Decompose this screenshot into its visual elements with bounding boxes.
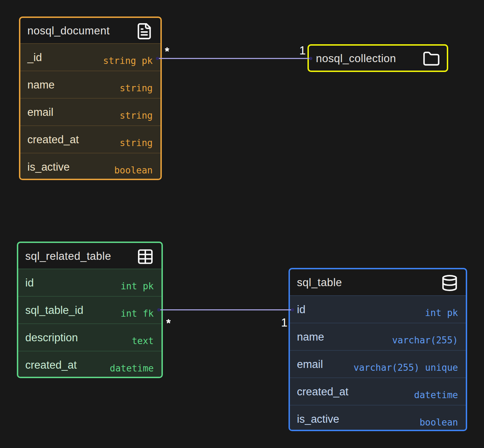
er-diagram-canvas: nosql_document _id stringpk name string … (0, 0, 484, 448)
entity-nosql-collection[interactable]: nosql_collection (307, 44, 448, 72)
field-row-_id[interactable]: _id stringpk (20, 43, 160, 71)
field-row-name[interactable]: name varchar(255) (290, 323, 466, 350)
entity-header[interactable]: sql_table (290, 269, 466, 295)
field-row-email[interactable]: email varchar(255)unique (290, 350, 466, 377)
field-name: description (25, 331, 78, 344)
field-row-is_active[interactable]: is_active boolean (20, 153, 160, 179)
field-type: string (120, 138, 153, 148)
field-name: id (297, 303, 305, 316)
database-icon (441, 274, 458, 292)
relation-line[interactable] (159, 309, 292, 310)
field-name: is_active (297, 413, 339, 426)
entity-header[interactable]: nosql_document (20, 18, 160, 43)
folder-icon (423, 50, 440, 68)
field-type: varchar(255) (392, 335, 458, 345)
field-row-name[interactable]: name string (20, 71, 160, 98)
entity-header[interactable]: sql_related_table (18, 243, 161, 269)
one-cardinality-label: 1 (281, 316, 287, 329)
field-row-id[interactable]: id intpk (290, 295, 466, 323)
field-rows: id intpk name varchar(255) email varchar… (290, 295, 466, 430)
field-row-created_at[interactable]: created_at datetime (290, 377, 466, 405)
field-name: email (297, 358, 323, 371)
one-cardinality-label: 1 (299, 44, 306, 57)
field-row-is_active[interactable]: is_active boolean (290, 405, 466, 430)
many-cardinality-icon (165, 47, 169, 52)
field-type: string (120, 110, 153, 121)
field-name: sql_table_id (25, 304, 83, 317)
field-type: intpk (425, 308, 458, 318)
field-rows: _id stringpk name string email string cr… (20, 43, 160, 179)
field-name: _id (27, 51, 42, 64)
field-name: created_at (27, 133, 79, 146)
field-type: datetime (414, 390, 458, 400)
entity-title: sql_table (290, 276, 342, 289)
field-name: name (27, 79, 55, 91)
entity-nosql-document[interactable]: nosql_document _id stringpk name string … (19, 17, 162, 180)
field-row-id[interactable]: id intpk (18, 269, 161, 296)
field-row-sql_table_id[interactable]: sql_table_id intfk (18, 296, 161, 323)
field-type: stringpk (103, 55, 153, 66)
table-icon (137, 248, 154, 265)
field-type: boolean (419, 417, 458, 428)
field-type: varchar(255)unique (353, 362, 458, 373)
field-name: email (27, 106, 53, 119)
field-row-created_at[interactable]: created_at string (20, 125, 160, 153)
field-name: created_at (25, 359, 77, 371)
entity-sql-related-table[interactable]: sql_related_table id intpk sql_table_id … (17, 242, 163, 378)
file-text-icon (135, 22, 153, 40)
field-name: id (25, 277, 34, 289)
field-type: datetime (110, 363, 154, 374)
field-name: created_at (297, 386, 349, 398)
entity-sql-table[interactable]: sql_table id intpk name varchar(255) ema… (289, 268, 467, 431)
field-rows: id intpk sql_table_id intfk description … (18, 269, 161, 377)
field-name: name (297, 331, 324, 343)
entity-header[interactable]: nosql_collection (309, 46, 447, 71)
field-name: is_active (27, 161, 70, 173)
many-cardinality-icon (166, 319, 171, 323)
relation-line[interactable] (157, 58, 311, 59)
entity-title: sql_related_table (18, 250, 111, 263)
field-type: text (132, 336, 154, 346)
field-row-description[interactable]: description text (18, 323, 161, 351)
field-row-email[interactable]: email string (20, 98, 160, 125)
field-row-created_at[interactable]: created_at datetime (18, 351, 161, 377)
field-type: intpk (121, 281, 154, 291)
field-type: string (120, 83, 153, 93)
entity-title: nosql_collection (309, 52, 396, 65)
field-type: intfk (121, 308, 154, 319)
field-type: boolean (114, 165, 153, 176)
entity-title: nosql_document (20, 25, 110, 37)
